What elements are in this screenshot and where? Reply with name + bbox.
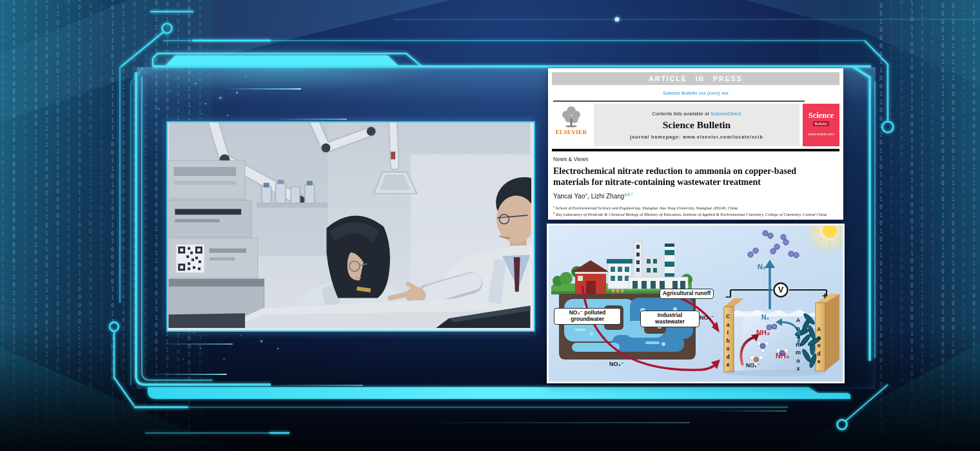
glow-particle [219, 97, 222, 99]
paper-title: Electrochemical nitrate reduction to amm… [553, 166, 834, 188]
glow-particle [260, 340, 262, 342]
author-1: Yancai Yao [553, 193, 585, 200]
glow-particle [240, 335, 241, 336]
elsevier-tree-icon [560, 105, 583, 128]
light-streak [148, 374, 227, 375]
lab-photo-art [168, 122, 531, 328]
broadcast-graphic: 1 1 1 0 1 1 1 0 0 1 0 0 0 0 0 0 0 0 1 1 … [0, 0, 980, 451]
glow-particle [169, 90, 170, 91]
minus-terminal: − [725, 291, 731, 302]
affiliations: a School of Environmental Science and En… [553, 204, 838, 225]
industrial-wastewater-label: Industrial wastewater [640, 311, 700, 327]
glow-particle [223, 358, 225, 360]
glow-particle [159, 108, 160, 110]
sciencedirect-link[interactable]: ScienceDirect [710, 111, 741, 117]
no3-cell-label: NO₃⁻ [746, 362, 760, 369]
divider [553, 101, 805, 102]
nh3-label-2: NH₃ [776, 352, 789, 360]
glow-particle [193, 332, 195, 333]
logo-url: www.scibull.com [808, 132, 834, 136]
contents-prefix: Contents lists available at [652, 111, 710, 117]
glow-particle [201, 113, 202, 115]
elsevier-logo: ELSEVIER [552, 104, 591, 146]
author-line: Yancai Yaoa, Lizhi Zhanga,b,* [553, 192, 838, 200]
graphical-abstract-panel: NO₃⁻ polluted groundwater Agricultural r… [547, 224, 845, 383]
light-streak [224, 88, 301, 90]
journal-homepage[interactable]: journal homepage: www.elsevier.com/locat… [630, 134, 763, 140]
anode-label: Anode [816, 326, 822, 372]
light-streak [709, 410, 787, 412]
contents-box: Contents lists available at ScienceDirec… [594, 104, 799, 146]
anode-side [825, 294, 839, 371]
landscape [551, 241, 696, 360]
voltmeter-label: V [777, 285, 785, 294]
contents-line: Contents lists available at ScienceDirec… [652, 111, 741, 117]
elsevier-wordmark: ELSEVIER [556, 129, 587, 135]
thick-divider [552, 149, 839, 151]
anammox-label: Anammox [795, 317, 801, 371]
logo-line2: Bulletin [813, 121, 830, 126]
barn [572, 260, 609, 295]
light-streak [400, 422, 690, 423]
author-2: , Lizhi Zhang [587, 193, 624, 200]
author-2-affil-mark: a,b,* [624, 192, 632, 197]
affiliation-b: b Key Laboratory of Pesticide & Chemical… [553, 211, 838, 224]
citation-line: Science Bulletin xxx (xxxx) xxx [552, 90, 839, 96]
affil-a-text: School of Environmental Science and Engi… [554, 206, 738, 210]
journal-article-panel: ARTICLE IN PRESS Science Bulletin xxx (x… [548, 68, 843, 220]
glow-particle [182, 358, 184, 360]
affil-b-text: Key Laboratory of Pesticide & Chemical B… [553, 213, 827, 224]
header-trapezoid [166, 55, 398, 65]
glow-particle [277, 348, 279, 349]
journal-name: Science Bulletin [663, 119, 730, 131]
glow-particle [245, 76, 246, 77]
n2-out-label: N₂ [758, 263, 766, 271]
cathode-label: Cathode [725, 313, 731, 372]
science-bulletin-logo: Science Bulletin www.scibull.com [803, 104, 839, 146]
no3-flow-label-1: NO₃⁻ [609, 361, 623, 367]
agricultural-runoff-label: Agricultural runoff [660, 289, 714, 299]
affiliation-a: a School of Environmental Science and En… [553, 204, 838, 211]
frame-bottom-bar [148, 387, 850, 399]
n2-cell-label: N₂ [761, 313, 769, 321]
lab-photo [166, 121, 535, 332]
plus-terminal: + [822, 290, 828, 301]
section-label: News & Views [553, 156, 839, 162]
glow-particle [195, 82, 197, 84]
light-streak [158, 343, 233, 345]
factory [607, 241, 688, 289]
glow-particle [200, 348, 201, 349]
article-in-press-banner: ARTICLE IN PRESS [552, 72, 839, 85]
n2-up-arrow [765, 260, 775, 268]
no3-flow-label-2: NO₃⁻ [700, 314, 714, 321]
glow-particle [227, 115, 228, 116]
nh3-label-1: NH₃ [756, 329, 770, 336]
sun-icon [805, 225, 843, 254]
logo-line1: Science [808, 111, 834, 120]
glow-particle [205, 103, 206, 104]
glow-particle [236, 91, 238, 93]
light-streak [274, 119, 347, 120]
light-streak [266, 385, 363, 386]
groundwater-label: NO₃⁻ polluted groundwater [554, 308, 621, 325]
